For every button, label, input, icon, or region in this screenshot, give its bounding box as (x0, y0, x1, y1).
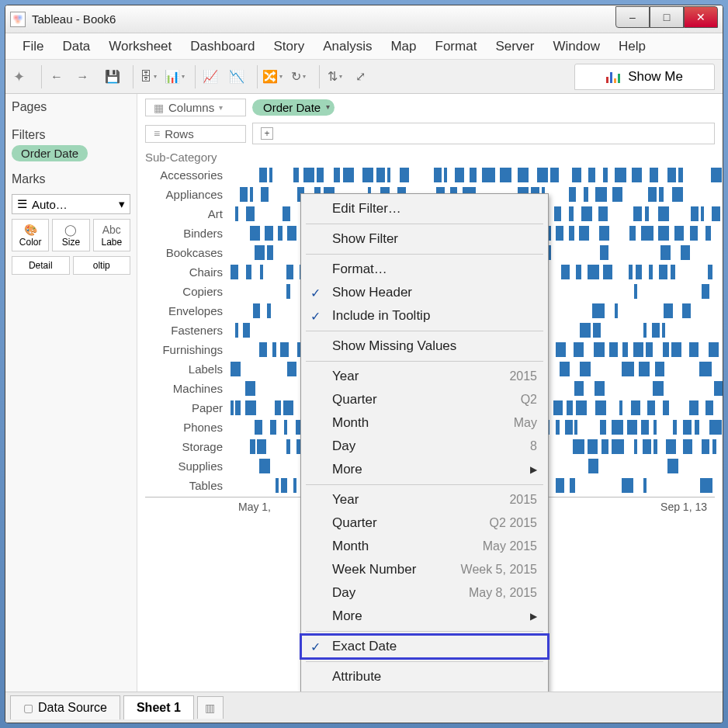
menu-item-label: Quarter (332, 392, 377, 407)
save-button[interactable]: 💾 (100, 65, 125, 88)
menu-item-month[interactable]: MonthMay (301, 411, 548, 435)
menu-item-week-number[interactable]: Week NumberWeek 5, 2015 (301, 558, 548, 581)
rows-shelf[interactable]: ≡ Rows (145, 125, 246, 143)
menu-item-exact-date[interactable]: ✓Exact Date (301, 635, 548, 658)
size-icon: ◯ (54, 223, 87, 237)
menu-item-label: Show Missing Values (332, 338, 456, 354)
menu-item-worksheet[interactable]: Worksheet (99, 34, 181, 59)
menu-item-data[interactable]: Data (53, 34, 99, 59)
marks-detail-button[interactable]: Detail (12, 256, 70, 275)
data-source-tab-label: Data Source (38, 701, 107, 715)
new-worksheet-tab[interactable]: ▥ (197, 696, 224, 719)
menu-item-label: Month (332, 539, 369, 554)
menu-item-more[interactable]: More▶ (301, 458, 548, 481)
refresh-button[interactable]: ↻▾ (286, 65, 311, 88)
menu-item-map[interactable]: Map (381, 34, 425, 59)
chevron-right-icon: ▶ (530, 611, 537, 622)
check-icon: ✓ (310, 640, 321, 654)
menu-item-include-in-tooltip[interactable]: ✓Include in Tooltip (301, 304, 548, 328)
menubar: FileDataWorksheetDashboardStoryAnalysisM… (5, 33, 723, 60)
menu-item-analysis[interactable]: Analysis (314, 34, 381, 59)
category-label: Tables (145, 479, 231, 492)
category-label: Accessories (145, 168, 231, 182)
menu-item-show-header[interactable]: ✓Show Header (301, 281, 548, 304)
menu-item-more[interactable]: More▶ (301, 605, 548, 628)
category-label: Storage (145, 440, 231, 453)
marks-select-label: Auto… (32, 198, 68, 211)
forward-button[interactable]: → (71, 65, 95, 88)
menu-item-month[interactable]: MonthMay 2015 (301, 535, 548, 558)
menu-item-year[interactable]: Year2015 (301, 365, 548, 388)
sheet-1-tab[interactable]: Sheet 1 (123, 695, 194, 719)
category-label: Binders (145, 227, 231, 240)
fit-button[interactable]: ⤢ (348, 65, 373, 88)
swap-button[interactable]: 🔀▾ (257, 65, 282, 88)
menu-item-label: Day (332, 585, 355, 601)
menu-item-show-filter[interactable]: Show Filter (301, 227, 548, 251)
window-title: Tableau - Book6 (32, 12, 116, 26)
menu-item-day[interactable]: DayMay 8, 2015 (301, 581, 548, 605)
show-me-icon (606, 71, 620, 83)
marks-labe-button[interactable]: AbcLabe (93, 219, 130, 251)
clear-sheet-button[interactable]: 📉 (224, 65, 249, 88)
menu-item-dashboard[interactable]: Dashboard (181, 34, 264, 59)
titlebar: Tableau - Book6 – □ ✕ (5, 5, 723, 33)
data-source-tab[interactable]: ▢ Data Source (10, 695, 120, 719)
menu-item-measure[interactable]: Measure▶ (301, 688, 548, 692)
category-label: Supplies (145, 459, 231, 473)
window-close-button[interactable]: ✕ (684, 6, 718, 28)
rows-icon: ≡ (154, 127, 160, 140)
menu-item-label: Attribute (332, 669, 381, 685)
check-icon: ✓ (310, 309, 321, 324)
pill-context-menu: Edit Filter…Show FilterFormat…✓Show Head… (300, 193, 549, 692)
tableau-icon[interactable] (13, 68, 30, 85)
add-icon[interactable]: + (261, 127, 273, 140)
menu-item-attribute[interactable]: Attribute (301, 665, 548, 688)
automatic-icon: ☰ (17, 197, 27, 211)
show-me-button[interactable]: Show Me (574, 64, 715, 90)
menu-item-label: Exact Date (332, 639, 397, 654)
window-maximize-button[interactable]: □ (650, 6, 684, 28)
menu-item-format[interactable]: Format… (301, 258, 548, 281)
rows-shelf-drop-area[interactable]: + (252, 123, 715, 144)
category-label: Fasteners (145, 324, 231, 337)
menu-item-edit-filter[interactable]: Edit Filter… (301, 197, 548, 220)
marks-type-select[interactable]: ☰ Auto… ▾ (12, 194, 130, 214)
sort-button[interactable]: ⇅▾ (319, 65, 344, 88)
menu-item-quarter[interactable]: QuarterQ2 2015 (301, 511, 548, 535)
filter-pill-order-date[interactable]: Order Date (12, 145, 88, 161)
menu-item-value: Q2 (521, 393, 537, 407)
chevron-down-icon: ▾ (219, 103, 223, 112)
menu-item-story[interactable]: Story (264, 34, 314, 59)
category-label: Furnishings (145, 343, 231, 356)
menu-item-file[interactable]: File (13, 34, 53, 59)
menu-item-year[interactable]: Year2015 (301, 488, 548, 511)
marks-color-button[interactable]: 🎨Color (12, 219, 49, 251)
menu-item-help[interactable]: Help (609, 34, 655, 59)
tableau-logo-icon (10, 12, 26, 27)
menu-item-label: More (332, 608, 362, 624)
menu-item-label: Month (332, 415, 369, 431)
columns-shelf[interactable]: ▦ Columns ▾ (145, 99, 246, 116)
marks-oltip-button[interactable]: oltip (73, 256, 131, 275)
menu-item-value: 2015 (509, 493, 537, 507)
new-worksheet-button[interactable]: 📊▾ (162, 65, 187, 88)
menu-item-label: Day (332, 439, 355, 454)
category-label: Machines (145, 382, 231, 395)
menu-item-server[interactable]: Server (486, 34, 543, 59)
window-minimize-button[interactable]: – (615, 6, 650, 28)
menu-item-format[interactable]: Format (426, 34, 487, 59)
menu-item-window[interactable]: Window (543, 34, 608, 59)
marks-size-button[interactable]: ◯Size (52, 219, 89, 251)
menu-item-show-missing-values[interactable]: Show Missing Values (301, 335, 548, 358)
back-button[interactable]: ← (41, 65, 66, 88)
menu-item-value: 8 (530, 439, 537, 453)
data-source-button[interactable]: 🗄▾ (133, 65, 158, 88)
menu-item-label: Year (332, 492, 359, 508)
category-label: Paper (145, 401, 231, 414)
columns-pill-order-date[interactable]: Order Date ▾ (252, 99, 335, 116)
side-panel: Pages Filters Order Date Marks ☰ Auto… ▾… (5, 94, 137, 692)
menu-item-day[interactable]: Day8 (301, 435, 548, 458)
menu-item-quarter[interactable]: QuarterQ2 (301, 388, 548, 411)
duplicate-sheet-button[interactable]: 📈 (195, 65, 220, 88)
